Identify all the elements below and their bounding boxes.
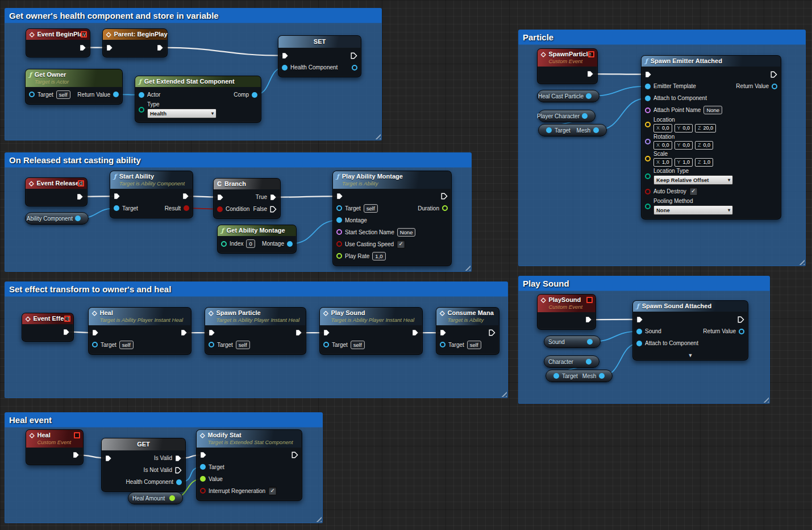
- comment-title-bar[interactable]: Particle: [518, 30, 806, 44]
- float-pin[interactable]: [442, 205, 448, 211]
- obj-pin[interactable]: [287, 241, 293, 247]
- node-spawnparticle-custom-event[interactable]: ◇SpawnParticleCustom Event: [537, 48, 598, 84]
- bool-pin[interactable]: [645, 189, 651, 194]
- vector-field[interactable]: X0,0: [653, 141, 672, 150]
- value-box[interactable]: None: [397, 228, 416, 237]
- value-box[interactable]: self: [236, 341, 250, 349]
- vector-field[interactable]: X0,0: [653, 124, 672, 132]
- obj-pin[interactable]: [440, 342, 445, 347]
- exec-pin[interactable]: [181, 329, 188, 336]
- var-pill-sound[interactable]: Sound: [544, 336, 601, 348]
- obj-pin[interactable]: [739, 329, 744, 334]
- value-box[interactable]: 1,0: [372, 252, 385, 260]
- node-play-sound-call[interactable]: ◇Play SoundTarget is Ability Player Inst…: [319, 307, 423, 355]
- exec-pin[interactable]: [270, 194, 277, 201]
- obj-pin[interactable]: [114, 205, 119, 211]
- node-event-beginplay[interactable]: ◇Event BeginPlay: [26, 28, 90, 57]
- exec-pin[interactable]: [587, 71, 594, 77]
- obj-pin[interactable]: [645, 84, 651, 89]
- exec-pin[interactable]: [106, 44, 113, 51]
- exec-pin[interactable]: [175, 455, 182, 462]
- obj-pin[interactable]: [336, 217, 342, 223]
- comment-title-bar[interactable]: Play Sound: [518, 276, 770, 291]
- exec-pin[interactable]: [295, 329, 302, 336]
- obj-pin[interactable]: [252, 92, 257, 98]
- node-event-released[interactable]: ◇Event Released: [25, 177, 88, 206]
- var-pill-heal-cast-particle[interactable]: Heal Cast Particle: [537, 90, 599, 102]
- exec-pin[interactable]: [182, 193, 189, 200]
- delegate-icon[interactable]: [78, 180, 84, 187]
- exec-pin[interactable]: [323, 329, 330, 336]
- value-box[interactable]: self: [467, 341, 481, 349]
- node-get-ability-montage[interactable]: ƒGet Ability MontageIndex0Montage: [217, 225, 297, 254]
- vector-field[interactable]: Y0,0: [674, 124, 693, 132]
- obj-pin[interactable]: [336, 205, 342, 211]
- exec-pin[interactable]: [157, 44, 164, 51]
- node-get-mesh[interactable]: TargetMesh: [538, 124, 607, 136]
- obj-pin[interactable]: [772, 84, 777, 89]
- bool-pin[interactable]: [200, 488, 206, 494]
- obj-pin[interactable]: [200, 464, 206, 470]
- bool-pin[interactable]: [217, 206, 223, 212]
- exec-pin[interactable]: [175, 467, 182, 474]
- comment-title-bar[interactable]: Heal event: [5, 412, 323, 427]
- exec-pin[interactable]: [351, 52, 357, 59]
- exec-pin[interactable]: [489, 329, 495, 336]
- float-pin[interactable]: [336, 253, 342, 259]
- name-pin[interactable]: [645, 107, 651, 113]
- obj-pin[interactable]: [586, 359, 592, 365]
- vector-field[interactable]: Z1,0: [695, 158, 713, 167]
- node-start-ability[interactable]: ƒStart AbilityTarget is Ability Componen…: [110, 171, 193, 218]
- exec-pin[interactable]: [336, 193, 343, 200]
- node-event-effect[interactable]: ◇Event Effect: [22, 313, 74, 342]
- dropdown[interactable]: Keep Relative Offset▾: [653, 175, 733, 185]
- obj-pin[interactable]: [176, 479, 182, 485]
- obj-pin[interactable]: [586, 93, 592, 99]
- exec-pin[interactable]: [77, 193, 84, 200]
- obj-pin[interactable]: [599, 373, 605, 379]
- obj-pin[interactable]: [92, 342, 98, 347]
- node-play-ability-montage[interactable]: ƒPlay Ability MontageTarget is AbilityTa…: [332, 171, 452, 266]
- node-modify-stat[interactable]: ◇Modify StatTarget is Extended Stat Comp…: [196, 429, 302, 501]
- obj-pin[interactable]: [282, 65, 288, 71]
- exec-pin[interactable]: [217, 194, 224, 201]
- value-box[interactable]: self: [351, 341, 365, 349]
- exec-pin[interactable]: [63, 329, 70, 336]
- node-spawn-sound-attached[interactable]: ƒSpawn Sound AttachedSoundReturn ValueAt…: [632, 300, 748, 361]
- node-spawn-emitter-attached[interactable]: ƒSpawn Emitter AttachedEmitter TemplateR…: [641, 55, 781, 220]
- var-pill-heal-amount[interactable]: Heal Amount: [128, 492, 183, 504]
- node-set-health-component[interactable]: SETHealth Component: [278, 35, 361, 77]
- comment-title-bar[interactable]: Set effect transform to owner's and heal: [5, 281, 508, 296]
- exec-pin[interactable]: [645, 71, 652, 78]
- obj-pin[interactable]: [139, 92, 144, 98]
- obj-pin[interactable]: [645, 96, 651, 101]
- exec-pin[interactable]: [80, 44, 86, 51]
- node-branch[interactable]: ϹBranchTrueConditionFalse: [213, 178, 281, 219]
- float-pin[interactable]: [169, 495, 175, 501]
- checkbox[interactable]: ✓: [268, 487, 277, 495]
- obj-pin[interactable]: [209, 342, 214, 347]
- obj-pin[interactable]: [352, 65, 357, 71]
- vector-field[interactable]: Y0,0: [674, 141, 693, 150]
- value-box[interactable]: self: [56, 90, 70, 99]
- node-consume-mana[interactable]: ◇Consume ManaTarget is AbilityTargetself: [436, 307, 499, 355]
- obj-pin[interactable]: [636, 329, 642, 334]
- dropdown[interactable]: Health▾: [147, 109, 216, 118]
- exec-pin[interactable]: [585, 316, 592, 323]
- int-pin[interactable]: [221, 241, 227, 247]
- delegate-icon[interactable]: [81, 31, 87, 38]
- float-pin[interactable]: [200, 476, 206, 482]
- value-box[interactable]: self: [364, 204, 378, 213]
- obj-pin[interactable]: [323, 342, 329, 347]
- enum-pin[interactable]: [645, 204, 651, 209]
- exec-pin[interactable]: [292, 452, 298, 458]
- obj-pin[interactable]: [546, 127, 552, 133]
- value-box[interactable]: self: [119, 341, 134, 349]
- checkbox[interactable]: ✓: [397, 240, 405, 249]
- var-pill-character[interactable]: Character: [544, 355, 599, 368]
- exec-pin[interactable]: [200, 452, 207, 458]
- exec-pin[interactable]: [92, 329, 99, 336]
- exec-pin[interactable]: [771, 71, 777, 78]
- exec-pin[interactable]: [282, 52, 289, 59]
- obj-pin[interactable]: [113, 92, 119, 97]
